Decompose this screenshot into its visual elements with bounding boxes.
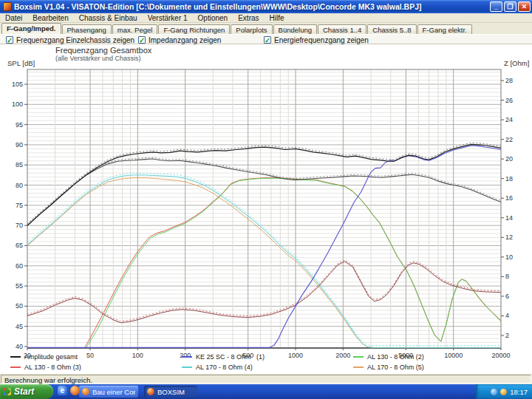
legend-swatch (182, 366, 192, 368)
z-tick-label: 20 (505, 155, 513, 163)
menu-item-chassis-einbau[interactable]: Chassis & Einbau (74, 14, 143, 22)
legend-label: KE 25 SC - 8 Ohm (1) (196, 353, 265, 361)
start-button[interactable]: Start (0, 384, 53, 399)
z-tick-label: 4 (505, 312, 509, 319)
application-window: Boxsim V1.04 - VISATON-Edition [C:\Dokum… (0, 0, 532, 399)
series-curve (27, 173, 501, 345)
restore-button[interactable]: ❐ (504, 1, 516, 12)
network-icon[interactable] (500, 389, 507, 395)
internet-explorer-icon[interactable]: e (58, 386, 67, 395)
task-label: Bau einer Concorde ... (92, 388, 135, 396)
spl-tick-label: 95 (16, 121, 23, 129)
taskbar-task-bau-einer-concorde-[interactable]: Bau einer Concorde ... (79, 386, 138, 398)
chart-subtitle: (alle Verstärker und Chassis) (55, 55, 141, 62)
y-axis-right-label: Z [Ohm] (504, 59, 529, 67)
legend-item: AL 130 - 8 Ohm (2) (353, 352, 424, 361)
checkbox-box[interactable]: ✓ (6, 36, 13, 44)
checkbox-energiefrequenzgang-zeigen[interactable]: ✓Energiefrequenzgang zeigen (264, 35, 369, 44)
menu-item-optionen[interactable]: Optionen (193, 14, 233, 22)
legend-item: AL 170 - 8 Ohm (5) (353, 363, 424, 371)
legend-swatch (182, 356, 192, 358)
freq-tick-label: 2000 (335, 352, 350, 359)
freq-tick-label: 1000 (288, 352, 303, 359)
z-tick-label: 2 (505, 332, 509, 339)
task-icon (147, 388, 154, 395)
legend-label: AL 130 - 8 Ohm (2) (367, 353, 424, 361)
z-tick-label: 12 (505, 233, 513, 241)
z-tick-label: 28 (505, 77, 513, 84)
checkbox-label: Energiefrequenzgang zeigen (274, 36, 369, 44)
spl-tick-label: 75 (16, 202, 23, 209)
spl-tick-label: 40 (16, 343, 23, 350)
spl-tick-label: 55 (16, 282, 23, 290)
spl-tick-label: 80 (16, 182, 23, 189)
series-curve (27, 262, 501, 323)
spl-tick-label: 90 (16, 141, 23, 149)
z-tick-label: 6 (505, 293, 509, 300)
z-tick-label: 22 (505, 136, 513, 143)
checkbox-frequenzgang-einzelchassis-zeigen[interactable]: ✓Frequenzgang Einzelchassis zeigen (6, 35, 134, 44)
status-message: Berechnung war erfolgreich. (1, 375, 531, 383)
tab-max-pegel[interactable]: max. Pegel (112, 24, 158, 34)
menu-item-extras[interactable]: Extras (233, 14, 264, 22)
close-button[interactable]: ✕ (518, 1, 531, 12)
status-bar: Berechnung war erfolgreich. (0, 373, 532, 384)
tab-b-ndelung[interactable]: Bündelung (273, 24, 317, 34)
tab-phasengang[interactable]: Phasengang (62, 24, 112, 34)
tab-bar: F-Gang/Imped.Phasengangmax. PegelF-Gang … (0, 23, 532, 34)
taskbar: Start e Bau einer Concorde ...BOXSIM 18:… (0, 384, 532, 399)
volume-icon[interactable] (491, 389, 497, 395)
menu-item-datei[interactable]: Datei (0, 14, 27, 22)
spl-tick-label: 85 (16, 161, 23, 168)
checkbox-box[interactable]: ✓ (138, 36, 146, 44)
legend-swatch (353, 356, 364, 358)
options-bar: ✓Frequenzgang Einzelchassis zeigen✓Imped… (0, 34, 532, 44)
menu-item-bearbeiten[interactable]: Bearbeiten (27, 14, 73, 22)
legend-item: AL 130 - 8 Ohm (3) (10, 363, 81, 371)
tab-chassis-5-8[interactable]: Chassis 5..8 (367, 24, 416, 34)
menu-bar: DateiBearbeitenChassis & EinbauVerstärke… (0, 13, 532, 23)
spl-tick-label: 45 (16, 323, 23, 330)
z-tick-label: 10 (505, 253, 513, 261)
tab-f-gang-imped-[interactable]: F-Gang/Imped. (1, 23, 61, 34)
clock: 18:17 (510, 388, 528, 396)
taskbar-task-boxsim[interactable]: BOXSIM (144, 386, 197, 398)
menu-item-verst-rker-1[interactable]: Verstärker 1 (143, 14, 193, 22)
legend-item: AL 170 - 8 Ohm (4) (182, 363, 253, 371)
menu-item-hilfe[interactable]: Hilfe (265, 14, 290, 22)
legend-swatch (10, 356, 21, 358)
legend-label: AL 130 - 8 Ohm (3) (24, 364, 81, 371)
freq-tick-label: 10000 (444, 352, 463, 359)
z-tick-label: 14 (505, 214, 513, 222)
z-tick-label: 18 (505, 175, 513, 183)
legend-label: AL 170 - 8 Ohm (4) (196, 364, 253, 371)
minimize-button[interactable]: _ (490, 1, 502, 12)
spl-tick-label: 50 (16, 302, 23, 310)
legend-item: KE 25 SC - 8 Ohm (1) (182, 352, 265, 361)
series-curve (27, 146, 501, 347)
series-curve (27, 157, 501, 224)
frequency-response-plot: 4045505560657075808590951001052468101214… (0, 44, 532, 373)
freq-tick-label: 20000 (491, 352, 510, 359)
tab-polarplots[interactable]: Polarplots (231, 24, 272, 34)
freq-tick-label: 50 (86, 352, 94, 359)
legend-swatch (10, 366, 21, 368)
spl-tick-label: 60 (16, 262, 23, 270)
series-curve (27, 260, 501, 321)
tab-f-gang-elektr-[interactable]: F-Gang elektr. (417, 24, 472, 34)
spl-tick-label: 70 (16, 222, 23, 229)
task-icon (82, 388, 89, 395)
windows-flag-icon (4, 388, 11, 395)
legend-item: Amplitude gesamt (10, 352, 78, 361)
spl-tick-label: 105 (12, 81, 23, 88)
checkbox-box[interactable]: ✓ (264, 36, 271, 44)
legend-swatch (353, 366, 364, 368)
chart-panel: Frequenzgang Gesamtbox (alle Verstärker … (0, 44, 532, 373)
spl-tick-label: 100 (12, 100, 23, 108)
tab-f-gang-richtungen[interactable]: F-Gang Richtungen (158, 24, 230, 34)
title-bar: Boxsim V1.04 - VISATON-Edition [C:\Dokum… (0, 0, 532, 13)
checkbox-impedanzgang-zeigen[interactable]: ✓Impedanzgang zeigen (138, 35, 221, 44)
freq-tick-label: 100 (132, 352, 143, 359)
tab-chassis-1-4[interactable]: Chassis 1..4 (318, 24, 366, 34)
legend-label: AL 170 - 8 Ohm (5) (367, 364, 424, 371)
